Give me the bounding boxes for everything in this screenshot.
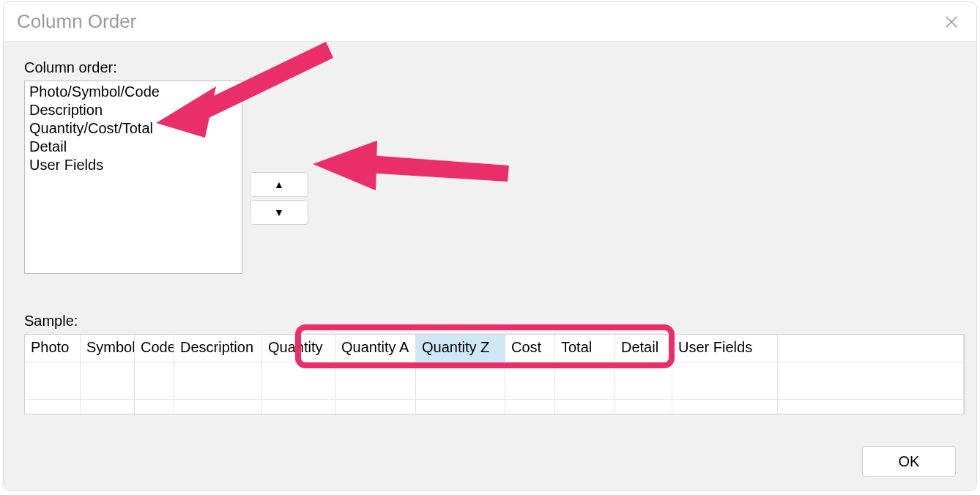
table-cell — [81, 362, 135, 399]
table-cell — [25, 362, 81, 399]
ok-button[interactable]: OK — [862, 446, 956, 477]
column-header[interactable]: User Fields — [672, 335, 778, 362]
triangle-up-icon: ▲ — [274, 179, 284, 190]
move-down-button[interactable]: ▼ — [250, 200, 308, 225]
table-cell — [81, 400, 135, 414]
column-header[interactable]: Code — [135, 335, 174, 362]
column-header[interactable] — [778, 335, 964, 362]
column-header[interactable]: Photo — [25, 335, 81, 362]
close-button[interactable] — [937, 7, 966, 37]
column-order-listbox[interactable]: Photo/Symbol/Code Description Quantity/C… — [24, 81, 242, 274]
triangle-down-icon: ▼ — [274, 206, 284, 218]
table-cell — [615, 362, 672, 399]
column-header[interactable]: Cost — [505, 335, 555, 362]
sample-section: Sample: Photo Symbol Code Description Qu… — [24, 313, 956, 414]
list-item[interactable]: User Fields — [29, 156, 237, 174]
table-cell — [555, 362, 615, 399]
list-item[interactable]: Quantity/Cost/Total — [29, 119, 237, 138]
move-up-button[interactable]: ▲ — [250, 172, 308, 197]
list-item[interactable]: Photo/Symbol/Code — [29, 83, 237, 101]
list-item[interactable]: Description — [29, 101, 237, 119]
column-header[interactable]: Quantity Z — [416, 335, 505, 362]
ok-button-label: OK — [899, 453, 920, 470]
column-order-dialog: Column Order Column order: Photo/Symbol/… — [3, 1, 977, 491]
table-cell — [335, 362, 416, 399]
list-item[interactable]: Detail — [29, 138, 237, 156]
table-cell — [672, 400, 778, 414]
reorder-buttons: ▲ ▼ — [250, 172, 308, 225]
dialog-title: Column Order — [17, 10, 937, 33]
table-cell — [778, 362, 964, 399]
column-header[interactable]: Symbol — [81, 335, 135, 362]
table-cell — [262, 400, 335, 414]
table-cell — [174, 400, 262, 414]
table-cell — [135, 362, 174, 399]
column-header[interactable]: Detail — [615, 335, 672, 362]
dialog-content: Column order: Photo/Symbol/Code Descript… — [4, 42, 976, 490]
table-cell — [615, 400, 672, 414]
close-icon — [943, 14, 959, 30]
column-header[interactable]: Quantity — [262, 335, 335, 362]
sample-header-row: Photo Symbol Code Description Quantity Q… — [25, 335, 964, 362]
table-cell — [672, 362, 778, 399]
table-cell — [174, 362, 262, 399]
titlebar: Column Order — [4, 2, 976, 42]
table-cell — [416, 362, 505, 399]
column-header[interactable]: Description — [174, 335, 262, 362]
table-cell — [778, 400, 964, 414]
table-cell — [25, 400, 81, 414]
table-cell — [555, 400, 615, 414]
table-cell — [262, 362, 335, 399]
column-order-label: Column order: — [24, 59, 956, 76]
sample-body-row — [25, 362, 964, 399]
table-cell — [135, 400, 174, 414]
table-cell — [416, 400, 505, 414]
sample-table: Photo Symbol Code Description Quantity Q… — [24, 334, 965, 414]
table-cell — [505, 362, 555, 399]
sample-footer-row — [25, 399, 964, 414]
table-cell — [335, 400, 416, 414]
sample-label: Sample: — [24, 313, 956, 330]
column-header[interactable]: Quantity A — [335, 335, 416, 362]
table-cell — [505, 400, 555, 414]
column-header[interactable]: Total — [555, 335, 615, 362]
